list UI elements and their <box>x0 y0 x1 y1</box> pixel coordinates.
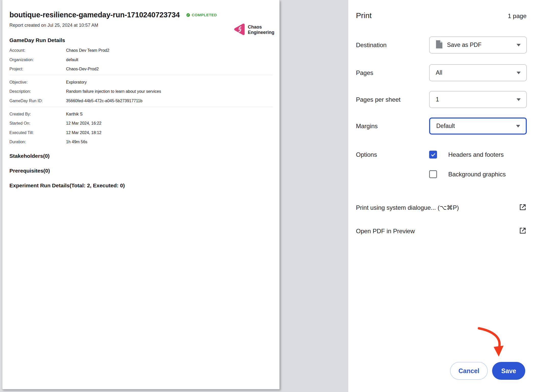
chevron-down-icon <box>517 72 521 74</box>
experiment-run-details-heading: Experiment Run Details(Total: 2, Execute… <box>9 182 272 189</box>
background-graphics-checkbox[interactable] <box>429 170 437 178</box>
margins-label: Margins <box>356 123 378 129</box>
pages-select[interactable]: All <box>429 64 527 81</box>
page-count: 1 page <box>508 12 527 20</box>
detail-value: 12 Mar 2024, 18:12 <box>66 130 101 135</box>
external-link-icon <box>519 203 527 212</box>
open-pdf-preview-button[interactable]: Open PDF in Preview <box>356 226 527 236</box>
background-graphics-option[interactable]: Background graphics <box>429 170 506 178</box>
detail-value: 12 Mar 2024, 16:22 <box>66 121 101 126</box>
system-dialog-print-label: Print using system dialogue... (⌥⌘P) <box>356 204 459 211</box>
detail-label: Duration: <box>9 140 66 144</box>
chevron-down-icon <box>517 98 521 101</box>
report-header: boutique-resilience-gameday-run-17102407… <box>9 11 272 19</box>
panel-header: Print 1 page <box>356 11 527 20</box>
margins-value: Default <box>436 123 455 129</box>
headers-footers-checkbox[interactable] <box>429 151 437 159</box>
detail-value: Karthik S <box>66 112 83 116</box>
detail-row-objective: Objective: Exploratory <box>9 80 272 85</box>
options-label: Options <box>356 151 377 159</box>
pages-per-sheet-value: 1 <box>436 96 439 103</box>
detail-label: Description: <box>9 89 66 94</box>
check-circle-icon: ✓ <box>186 13 190 17</box>
background-graphics-label: Background graphics <box>448 170 506 178</box>
print-settings-panel: Print 1 page Destination Save as PDF Pag… <box>348 0 538 392</box>
save-button[interactable]: Save <box>492 362 525 380</box>
cancel-button[interactable]: Cancel <box>450 362 488 380</box>
pages-per-sheet-select[interactable]: 1 <box>429 91 527 108</box>
prerequisites-heading: Prerequisites(0) <box>9 168 272 174</box>
detail-label: Started On: <box>9 121 66 126</box>
detail-value: 35660fed-44b5-472c-a045-5b273917711b <box>66 99 143 103</box>
stakeholders-heading: Stakeholders(0) <box>9 153 272 159</box>
report-page: boutique-resilience-gameday-run-17102407… <box>2 0 280 389</box>
margins-row: Margins Default <box>356 117 527 135</box>
report-created-line: Report created on Jul 25, 2024 at 10:57 … <box>9 23 272 28</box>
detail-value: Random failure injection to learn about … <box>66 89 161 94</box>
detail-row-created-by: Created By: Karthik S <box>9 112 272 116</box>
detail-row-executed-till: Executed Till: 12 Mar 2024, 18:12 <box>9 130 272 135</box>
report-page-content: boutique-resilience-gameday-run-17102407… <box>2 11 279 392</box>
destination-row: Destination Save as PDF <box>356 36 527 54</box>
destination-label: Destination <box>356 42 387 48</box>
detail-row-description: Description: Random failure injection to… <box>9 89 272 94</box>
detail-value: default <box>66 58 78 62</box>
detail-label: Executed Till: <box>9 130 66 135</box>
system-dialog-print-button[interactable]: Print using system dialogue... (⌥⌘P) <box>356 203 527 213</box>
divider <box>9 75 272 75</box>
destination-value: Save as PDF <box>447 42 482 48</box>
pages-per-sheet-label: Pages per sheet <box>356 96 401 103</box>
pages-row: Pages All <box>356 64 527 81</box>
detail-label: Organization: <box>9 58 66 62</box>
status-badge-label: COMPLETED <box>192 13 217 17</box>
detail-label: Created By: <box>9 112 66 116</box>
pages-value: All <box>436 69 442 76</box>
detail-row-project: Project: Chaos-Dev-Prod2 <box>9 67 272 71</box>
detail-row-organization: Organization: default <box>9 58 272 62</box>
report-title: boutique-resilience-gameday-run-17102407… <box>9 11 180 19</box>
print-title: Print <box>356 11 372 20</box>
pages-per-sheet-row: Pages per sheet 1 <box>356 91 527 108</box>
detail-value: 1h 49m 56s <box>66 140 87 144</box>
detail-label: GameDay Run ID: <box>9 99 66 103</box>
logo-text-line1: Chaos <box>248 24 274 30</box>
chevron-down-icon <box>516 125 520 127</box>
detail-label: Account: <box>9 48 66 53</box>
detail-value: Chaos-Dev-Prod2 <box>66 67 99 71</box>
pages-label: Pages <box>356 69 373 76</box>
detail-row-started-on: Started On: 12 Mar 2024, 16:22 <box>9 121 272 126</box>
external-link-icon <box>519 227 527 236</box>
chaos-triangle-icon <box>234 23 245 37</box>
logo-text: Chaos Engineering <box>248 24 274 35</box>
destination-select[interactable]: Save as PDF <box>429 36 527 54</box>
open-pdf-preview-label: Open PDF in Preview <box>356 228 415 235</box>
detail-label: Project: <box>9 67 66 71</box>
section-heading-gameday-run-details: GameDay Run Details <box>9 37 272 43</box>
status-badge: ✓ COMPLETED <box>186 13 217 17</box>
chaos-engineering-logo: Chaos Engineering <box>234 23 274 37</box>
pdf-file-icon <box>436 40 442 50</box>
print-preview-area: boutique-resilience-gameday-run-17102407… <box>0 0 348 392</box>
headers-footers-option[interactable]: Headers and footers <box>429 151 504 159</box>
detail-value: Chaos Dev Team Prod2 <box>66 48 109 53</box>
detail-row-duration: Duration: 1h 49m 56s <box>9 140 272 144</box>
print-dialog-screen: boutique-resilience-gameday-run-17102407… <box>0 0 538 392</box>
divider <box>9 107 272 107</box>
detail-row-gameday-run-id: GameDay Run ID: 35660fed-44b5-472c-a045-… <box>9 99 272 103</box>
chevron-down-icon <box>517 44 521 46</box>
detail-value: Exploratory <box>66 80 87 85</box>
detail-label: Objective: <box>9 80 66 85</box>
headers-footers-label: Headers and footers <box>448 151 504 159</box>
detail-row-account: Account: Chaos Dev Team Prod2 <box>9 48 272 53</box>
margins-select[interactable]: Default <box>429 117 527 135</box>
logo-text-line2: Engineering <box>248 30 274 35</box>
